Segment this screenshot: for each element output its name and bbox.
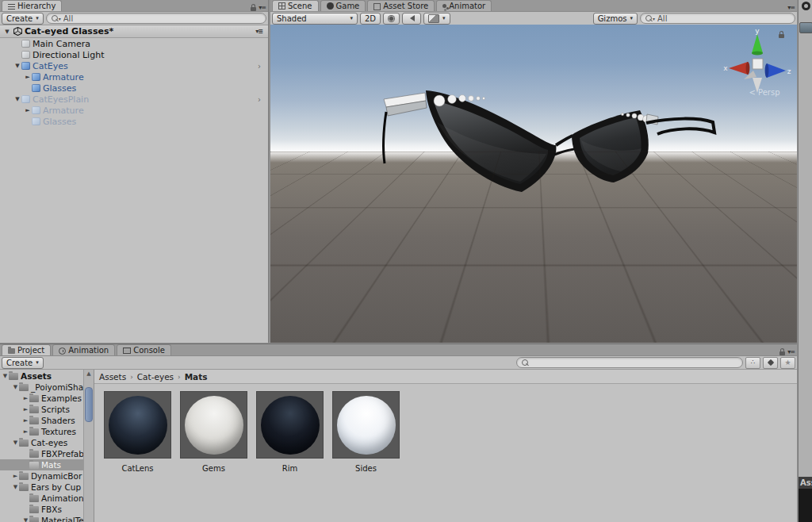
search-by-label-button[interactable] bbox=[763, 357, 778, 369]
y-axis-cone[interactable] bbox=[752, 34, 763, 53]
breadcrumb-label: Assets bbox=[99, 372, 126, 382]
breadcrumb-item[interactable]: Assets bbox=[99, 372, 126, 382]
cat-eye-glasses-model[interactable] bbox=[326, 79, 754, 217]
prefab-nav-arrow-icon[interactable]: › bbox=[258, 62, 261, 71]
hierarchy-search-field[interactable] bbox=[63, 14, 261, 23]
view-tab[interactable]: Animator bbox=[436, 0, 492, 11]
project-search-input[interactable] bbox=[516, 357, 743, 368]
expander-icon[interactable]: ▼ bbox=[2, 373, 9, 379]
breadcrumb-item[interactable]: Mats bbox=[185, 372, 208, 382]
folder-row[interactable]: ▼ Assets bbox=[0, 370, 84, 382]
folder-row[interactable]: FBXs bbox=[0, 504, 84, 515]
view-tab[interactable]: Game bbox=[320, 0, 366, 11]
prefab-nav-arrow-icon[interactable]: › bbox=[258, 95, 261, 104]
hierarchy-item[interactable]: Directional Light bbox=[0, 49, 268, 60]
hierarchy-item[interactable]: ► Armature bbox=[0, 105, 268, 116]
docked-window-thumbnail[interactable] bbox=[799, 22, 812, 33]
gizmos-dropdown[interactable]: Gizmos ▾ bbox=[593, 13, 638, 25]
material-asset[interactable]: CatLens bbox=[104, 391, 171, 473]
hierarchy-item[interactable]: ► Armature bbox=[0, 71, 268, 83]
folder-row[interactable]: ► Examples bbox=[0, 393, 84, 404]
lock-icon[interactable] bbox=[251, 7, 256, 11]
panel-menu-icon[interactable]: ▾≡ bbox=[787, 348, 795, 355]
view-tab[interactable]: Asset Store bbox=[367, 0, 435, 11]
z-axis-cone[interactable] bbox=[767, 63, 786, 78]
audio-toggle-button[interactable] bbox=[402, 13, 421, 25]
2d-toggle-button[interactable]: 2D bbox=[360, 13, 381, 25]
breadcrumb-separator-icon: › bbox=[178, 373, 181, 381]
folder-row[interactable]: ▼ MaterialTe bbox=[0, 515, 84, 522]
folder-row[interactable]: FBXPrefab bbox=[0, 448, 84, 459]
project-search-field[interactable] bbox=[529, 359, 737, 367]
lock-icon[interactable] bbox=[779, 34, 784, 38]
bottom-tab[interactable]: Console bbox=[117, 344, 171, 355]
material-asset[interactable]: Rim bbox=[256, 391, 324, 473]
expander-icon[interactable]: ► bbox=[22, 406, 29, 413]
hierarchy-search-input[interactable]: ▾ bbox=[46, 13, 266, 24]
bottom-tab[interactable]: Animation bbox=[52, 344, 115, 355]
folder-row[interactable]: Animation bbox=[0, 493, 84, 504]
panel-menu-icon[interactable]: ▾≡ bbox=[787, 4, 795, 11]
expander-icon[interactable]: ► bbox=[22, 395, 29, 401]
scene-viewport[interactable]: y x z < Persp bbox=[270, 25, 797, 343]
material-thumbnail[interactable] bbox=[180, 391, 247, 459]
scene-header-row[interactable]: ▼ Cat-eyed Glasses* ▾≡ bbox=[0, 25, 268, 38]
effects-dropdown-button[interactable]: ▾ bbox=[423, 13, 450, 25]
expander-icon[interactable]: ▼ bbox=[12, 439, 19, 446]
expander-icon[interactable]: ▼ bbox=[12, 384, 19, 390]
scene-search-input[interactable]: ▾ bbox=[640, 13, 795, 24]
hierarchy-item[interactable]: ▼ CatEyesPlain › bbox=[0, 94, 268, 105]
expander-icon[interactable]: ► bbox=[22, 428, 29, 435]
hierarchy-item[interactable]: ▼ CatEyes › bbox=[0, 60, 268, 71]
hierarchy-item[interactable]: Main Camera bbox=[0, 38, 268, 49]
view-tab[interactable]: Scene bbox=[272, 0, 319, 11]
account-icon[interactable] bbox=[802, 2, 810, 10]
breadcrumb-item[interactable]: Cat-eyes bbox=[137, 372, 174, 382]
project-create-button[interactable]: Create ▾ bbox=[2, 357, 44, 369]
scroll-up-arrow-icon[interactable]: ▲ bbox=[84, 370, 94, 378]
folder-row[interactable]: ► Scripts bbox=[0, 404, 84, 415]
expander-icon[interactable]: ► bbox=[24, 74, 32, 80]
scene-expander-icon[interactable]: ▼ bbox=[3, 29, 11, 35]
x-axis-cone[interactable] bbox=[729, 62, 748, 75]
folder-row[interactable]: ► Shaders bbox=[0, 415, 84, 426]
expander-icon[interactable]: ▼ bbox=[13, 96, 21, 102]
search-by-type-button[interactable]: ∴ bbox=[745, 357, 760, 369]
folder-row[interactable]: ▼ Ears by Cup bbox=[0, 482, 84, 493]
expander-icon[interactable]: ▼ bbox=[22, 517, 29, 522]
folder-row[interactable]: Mats bbox=[0, 459, 84, 470]
project-tabs: Project Animation Console bbox=[0, 344, 171, 355]
expander-icon[interactable]: ► bbox=[24, 107, 32, 113]
lock-icon[interactable] bbox=[779, 351, 785, 355]
tab-hierarchy[interactable]: Hierarchy bbox=[2, 0, 62, 11]
material-asset[interactable]: Sides bbox=[332, 391, 400, 473]
hierarchy-item[interactable]: Glasses bbox=[0, 116, 268, 127]
expander-icon[interactable]: ► bbox=[12, 473, 19, 479]
material-thumbnail[interactable] bbox=[256, 391, 324, 459]
folder-row[interactable]: ► Textures bbox=[0, 426, 84, 437]
folder-row[interactable]: ► DynamicBor bbox=[0, 470, 84, 482]
scrollbar-thumb[interactable] bbox=[85, 387, 93, 422]
tree-scrollbar[interactable]: ▲ bbox=[83, 370, 94, 522]
gizmo-center-cube[interactable] bbox=[753, 59, 763, 69]
material-thumbnail[interactable] bbox=[332, 391, 400, 459]
shading-mode-dropdown[interactable]: Shaded ▾ bbox=[272, 13, 358, 25]
folder-row[interactable]: ▼ Cat-eyes bbox=[0, 437, 84, 448]
hierarchy-create-button[interactable]: Create ▾ bbox=[2, 13, 44, 25]
folder-row[interactable]: ▼ _PoiyomiSha bbox=[0, 382, 84, 393]
scene-search-field[interactable] bbox=[657, 14, 790, 23]
projection-mode-label[interactable]: < Persp bbox=[733, 88, 796, 97]
expander-icon[interactable]: ► bbox=[22, 417, 29, 424]
expander-icon[interactable]: ▼ bbox=[13, 63, 21, 69]
bottom-tab[interactable]: Project bbox=[2, 344, 51, 355]
docked-panel-title[interactable]: Ass bbox=[799, 477, 812, 489]
material-thumbnail[interactable] bbox=[104, 391, 171, 459]
expander-icon[interactable]: ▼ bbox=[12, 484, 19, 490]
folder-icon bbox=[9, 373, 18, 380]
material-asset[interactable]: Gems bbox=[180, 391, 247, 473]
hierarchy-item[interactable]: Glasses bbox=[0, 83, 268, 94]
panel-menu-icon[interactable]: ▾≡ bbox=[259, 4, 266, 11]
scene-menu-icon[interactable]: ▾≡ bbox=[255, 28, 262, 35]
favorites-button[interactable]: ★ bbox=[780, 357, 795, 369]
lighting-toggle-button[interactable] bbox=[383, 13, 400, 25]
